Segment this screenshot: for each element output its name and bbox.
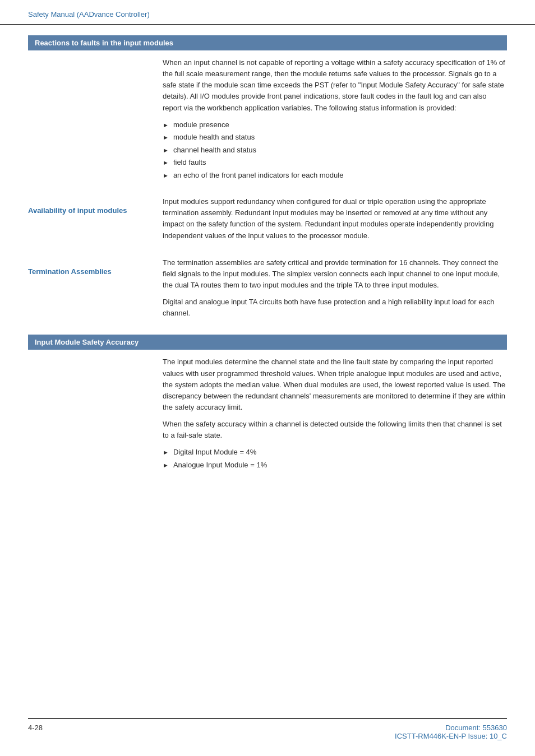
- safety-accuracy-right: The input modules determine the channel …: [163, 356, 507, 476]
- header-title: Safety Manual (AADvance Controller): [28, 10, 150, 18]
- list-item: ► module presence: [163, 119, 507, 131]
- bullet-text: module health and status: [173, 132, 255, 143]
- bullet-icon: ►: [163, 171, 169, 180]
- bullet-icon: ►: [163, 146, 169, 155]
- availability-row: Availability of input modules Input modu…: [28, 196, 507, 247]
- availability-section: Availability of input modules Input modu…: [28, 196, 507, 247]
- safety-accuracy-paragraph-2: When the safety accuracy within a channe…: [163, 419, 507, 441]
- reactions-paragraph: When an input channel is not capable of …: [163, 57, 507, 114]
- reactions-right: When an input channel is not capable of …: [163, 57, 507, 186]
- termination-right: The termination assemblies are safety cr…: [163, 257, 507, 325]
- reactions-bullets: ► module presence ► module health and st…: [163, 119, 507, 181]
- termination-header: Termination Assemblies: [28, 267, 157, 276]
- footer-doc-line1: Document: 553630: [395, 723, 507, 732]
- page-footer: 4-28 Document: 553630 ICSTT-RM446K-EN-P …: [28, 718, 507, 740]
- list-item: ► Digital Input Module = 4%: [163, 447, 507, 458]
- bullet-text: module presence: [173, 119, 229, 131]
- termination-paragraph-1: The termination assemblies are safety cr…: [163, 257, 507, 291]
- termination-left: Termination Assemblies: [28, 257, 163, 325]
- reactions-body: When an input channel is not capable of …: [28, 57, 507, 186]
- reactions-left: [28, 57, 163, 186]
- list-item: ► an echo of the front panel indicators …: [163, 170, 507, 181]
- safety-accuracy-bullets: ► Digital Input Module = 4% ► Analogue I…: [163, 447, 507, 470]
- safety-accuracy-header: Input Module Safety Accuracy: [28, 335, 507, 350]
- bullet-icon: ►: [163, 120, 169, 130]
- list-item: ► channel health and status: [163, 145, 507, 156]
- reactions-header: Reactions to faults in the input modules: [28, 35, 507, 50]
- termination-paragraph-2: Digital and analogue input TA circuits b…: [163, 296, 507, 319]
- bullet-icon: ►: [163, 133, 169, 142]
- bullet-icon: ►: [163, 158, 169, 168]
- list-item: ► field faults: [163, 157, 507, 168]
- bullet-icon: ►: [163, 461, 169, 470]
- page: Safety Manual (AADvance Controller) Reac…: [0, 0, 535, 756]
- availability-header: Availability of input modules: [28, 206, 157, 215]
- bullet-text: an echo of the front panel indicators fo…: [173, 170, 344, 181]
- safety-accuracy-left: [28, 356, 163, 476]
- safety-accuracy-body: The input modules determine the channel …: [28, 356, 507, 476]
- availability-paragraph: Input modules support redundancy when co…: [163, 196, 507, 242]
- footer-document-info: Document: 553630 ICSTT-RM446K-EN-P Issue…: [395, 723, 507, 740]
- bullet-text: channel health and status: [173, 145, 256, 156]
- termination-row: Termination Assemblies The termination a…: [28, 257, 507, 325]
- safety-accuracy-section: Input Module Safety Accuracy The input m…: [28, 335, 507, 476]
- list-item: ► Analogue Input Module = 1%: [163, 460, 507, 471]
- bullet-text: field faults: [173, 157, 206, 168]
- page-header: Safety Manual (AADvance Controller): [0, 0, 535, 25]
- footer-doc-line2: ICSTT-RM446K-EN-P Issue: 10_C: [395, 732, 507, 740]
- availability-right: Input modules support redundancy when co…: [163, 196, 507, 247]
- main-content: Reactions to faults in the input modules…: [0, 35, 535, 476]
- reactions-section: Reactions to faults in the input modules…: [28, 35, 507, 186]
- bullet-text: Analogue Input Module = 1%: [173, 460, 267, 471]
- termination-section: Termination Assemblies The termination a…: [28, 257, 507, 325]
- bullet-icon: ►: [163, 448, 169, 457]
- safety-accuracy-paragraph-1: The input modules determine the channel …: [163, 356, 507, 413]
- bullet-text: Digital Input Module = 4%: [173, 447, 257, 458]
- list-item: ► module health and status: [163, 132, 507, 143]
- footer-page-number: 4-28: [28, 723, 43, 732]
- availability-left: Availability of input modules: [28, 196, 163, 247]
